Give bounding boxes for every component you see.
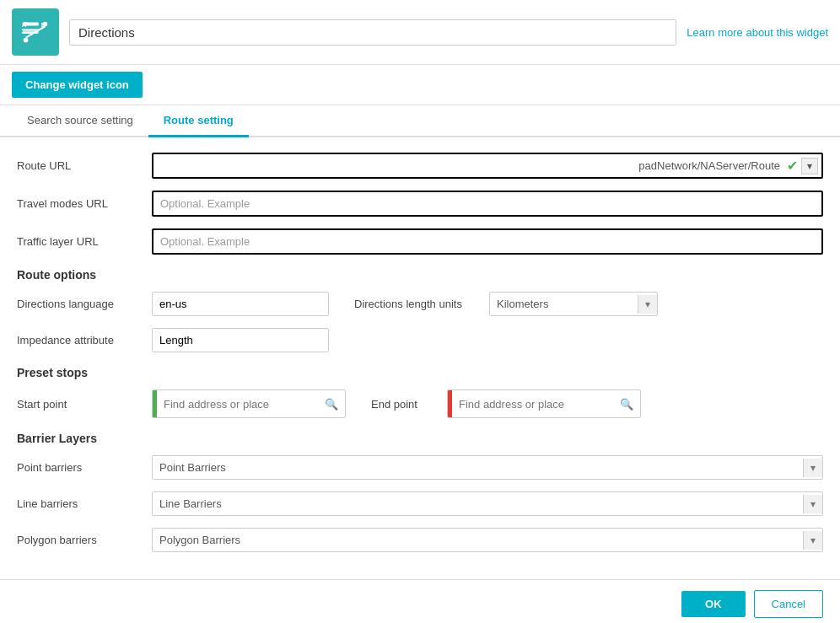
route-url-actions: ✔ ▾: [787, 158, 821, 175]
route-url-wrapper: padNetwork/NAServer/Route ✔ ▾: [152, 153, 823, 179]
travel-modes-url-input[interactable]: [256, 192, 821, 215]
travel-url-wrapper: Optional. Example: [152, 191, 823, 217]
dialog: A B Learn more about this widget Change …: [0, 0, 840, 623]
header-row2: Change widget icon: [0, 65, 840, 105]
end-point-label: End point: [371, 398, 439, 411]
directions-length-arrow[interactable]: ▾: [638, 295, 657, 314]
check-icon: ✔: [787, 158, 798, 174]
title-input[interactable]: [69, 19, 676, 46]
end-search-icon[interactable]: 🔍: [613, 393, 640, 416]
directions-language-label: Directions language: [17, 298, 143, 310]
cancel-button[interactable]: Cancel: [754, 590, 823, 618]
directions-language-pair: Directions language: [17, 292, 329, 316]
directions-length-value: Kilometers: [490, 293, 638, 315]
header-right: Learn more about this widget: [687, 26, 828, 39]
impedance-label: Impedance attribute: [17, 334, 143, 346]
end-point-input[interactable]: [452, 393, 613, 416]
line-barriers-label: Line barriers: [17, 497, 143, 510]
directions-length-select-wrapper: Kilometers ▾: [489, 292, 658, 316]
preset-stops-title: Preset stops: [17, 366, 823, 379]
route-url-dropdown[interactable]: ▾: [801, 158, 818, 175]
svg-text:A: A: [22, 21, 27, 29]
line-barriers-row: Line barriers Line Barriers ▾: [17, 491, 823, 516]
route-url-row: Route URL padNetwork/NAServer/Route ✔ ▾: [17, 153, 823, 179]
change-widget-icon-button[interactable]: Change widget icon: [12, 72, 143, 98]
start-point-input[interactable]: [157, 393, 318, 416]
polygon-barriers-value: Polygon Barriers: [153, 529, 803, 551]
directions-row: Directions language Directions length un…: [17, 292, 823, 316]
barrier-layers-title: Barrier Layers: [17, 432, 823, 445]
endpoint-group: End point 🔍: [371, 389, 641, 418]
tabs-bar: Search source setting Route setting: [0, 105, 840, 137]
polygon-barriers-arrow[interactable]: ▾: [803, 531, 822, 550]
traffic-layer-url-row: Traffic layer URL Optional. Example: [17, 228, 823, 255]
polygon-barriers-select-wrapper: Polygon Barriers ▾: [152, 528, 823, 552]
route-options-title: Route options: [17, 268, 823, 282]
point-barriers-row: Point barriers Point Barriers ▾: [17, 455, 823, 480]
svg-point-5: [24, 38, 29, 43]
route-url-input[interactable]: [153, 154, 632, 177]
tab-route-setting[interactable]: Route setting: [148, 105, 249, 137]
line-barriers-arrow[interactable]: ▾: [803, 495, 822, 513]
header-row: A B Learn more about this widget: [0, 0, 840, 65]
travel-placeholder: Optional. Example: [153, 192, 256, 215]
content-area: Route URL padNetwork/NAServer/Route ✔ ▾ …: [0, 137, 840, 579]
ok-button[interactable]: OK: [681, 591, 746, 617]
impedance-input[interactable]: [152, 328, 329, 352]
traffic-layer-label: Traffic layer URL: [17, 235, 143, 248]
traffic-placeholder: Optional. Example: [153, 230, 256, 253]
point-barriers-select-wrapper: Point Barriers ▾: [152, 455, 823, 480]
end-point-input-wrapper: 🔍: [447, 389, 641, 418]
point-barriers-label: Point barriers: [17, 461, 143, 474]
tab-search-source[interactable]: Search source setting: [12, 105, 148, 137]
polygon-barriers-label: Polygon barriers: [17, 534, 143, 546]
footer: OK Cancel: [0, 579, 840, 623]
impedance-row: Impedance attribute: [17, 328, 823, 352]
polygon-barriers-row: Polygon barriers Polygon Barriers ▾: [17, 528, 823, 552]
line-barriers-value: Line Barriers: [153, 492, 803, 515]
traffic-layer-url-input[interactable]: [256, 230, 821, 253]
widget-icon: A B: [12, 8, 59, 56]
svg-text:B: B: [41, 21, 46, 29]
travel-modes-url-row: Travel modes URL Optional. Example: [17, 191, 823, 217]
point-barriers-value: Point Barriers: [153, 456, 803, 479]
stops-row: Start point 🔍 End point 🔍: [17, 389, 823, 418]
directions-length-pair: Directions length units Kilometers ▾: [354, 292, 658, 316]
start-point-label: Start point: [17, 398, 143, 411]
directions-language-input[interactable]: [152, 292, 329, 316]
directions-length-label: Directions length units: [354, 298, 481, 310]
line-barriers-select-wrapper: Line Barriers ▾: [152, 491, 823, 516]
traffic-url-wrapper: Optional. Example: [152, 228, 823, 255]
start-search-icon[interactable]: 🔍: [318, 393, 345, 416]
learn-more-link[interactable]: Learn more about this widget: [687, 26, 828, 39]
route-url-label: Route URL: [17, 159, 143, 172]
route-url-suffix: padNetwork/NAServer/Route: [632, 154, 787, 177]
start-point-input-wrapper: 🔍: [152, 389, 346, 418]
point-barriers-arrow[interactable]: ▾: [803, 459, 822, 477]
travel-modes-label: Travel modes URL: [17, 197, 143, 210]
